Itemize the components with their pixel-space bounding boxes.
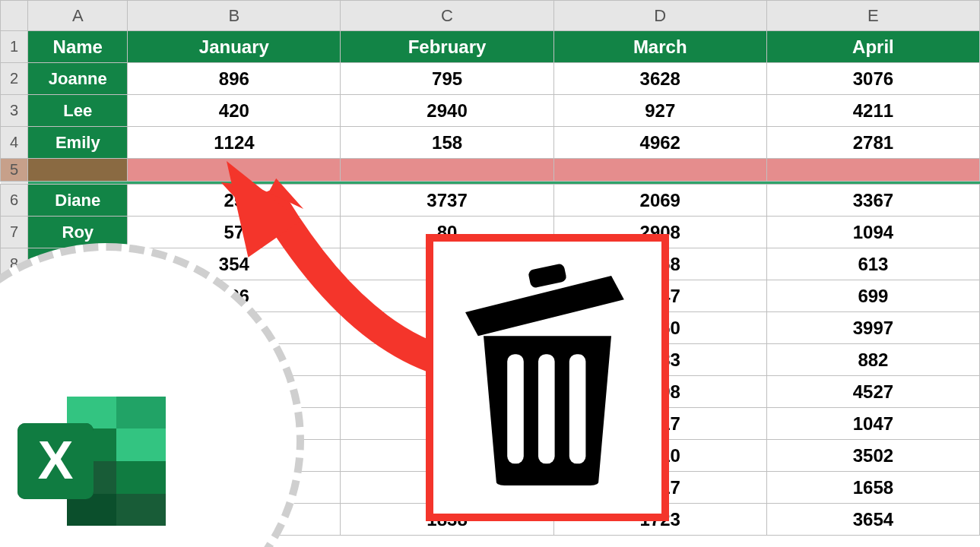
svg-rect-4 <box>538 354 555 463</box>
cell-january[interactable]: 57 <box>128 217 341 248</box>
col-header-A[interactable]: A <box>28 1 128 31</box>
cell-april[interactable]: 882 <box>766 344 979 376</box>
cell-april[interactable]: 1658 <box>766 472 979 504</box>
header-name[interactable]: Name <box>28 31 128 63</box>
cell-february[interactable]: 3737 <box>341 185 553 217</box>
cell-april[interactable]: 1094 <box>766 217 979 248</box>
selected-blank-row[interactable]: 5 <box>1 159 980 182</box>
trash-callout <box>426 234 669 521</box>
row-number-5[interactable]: 5 <box>1 159 28 182</box>
cell-april[interactable]: 699 <box>766 280 979 312</box>
svg-text:X: X <box>38 431 74 490</box>
cell-april[interactable]: 4527 <box>766 376 979 408</box>
cell-name[interactable]: Emily <box>28 127 128 159</box>
cell-march[interactable]: 4962 <box>553 127 766 159</box>
cell-april[interactable]: 3367 <box>766 185 979 217</box>
table-row: 6Diane25373720693367 <box>1 185 980 217</box>
header-january[interactable]: January <box>128 31 341 63</box>
cell-february[interactable]: 795 <box>341 63 553 95</box>
cell-march[interactable]: 927 <box>553 95 766 127</box>
cell-march[interactable]: 3628 <box>553 63 766 95</box>
svg-rect-3 <box>507 354 524 463</box>
cell-E5[interactable] <box>766 159 979 182</box>
cell-february[interactable]: 2940 <box>341 95 553 127</box>
header-march[interactable]: March <box>553 31 766 63</box>
svg-rect-10 <box>116 428 166 461</box>
row-number-4[interactable]: 4 <box>1 127 28 159</box>
header-april[interactable]: April <box>766 31 979 63</box>
svg-rect-14 <box>116 494 166 526</box>
row-number-2[interactable]: 2 <box>1 63 28 95</box>
cell-february[interactable]: 158 <box>341 127 553 159</box>
row-number-6[interactable]: 6 <box>1 185 28 217</box>
col-header-C[interactable]: C <box>341 1 553 31</box>
cell-april[interactable]: 1047 <box>766 408 979 440</box>
cell-january[interactable]: 25 <box>128 185 341 217</box>
table-row: 2Joanne89679536283076 <box>1 63 980 95</box>
cell-april[interactable]: 3502 <box>766 440 979 472</box>
cell-name[interactable]: Lee <box>28 95 128 127</box>
cell-january[interactable]: 420 <box>128 95 341 127</box>
cell-april[interactable]: 613 <box>766 248 979 280</box>
cell-march[interactable]: 2069 <box>553 185 766 217</box>
cell-name[interactable]: Diane <box>28 185 128 217</box>
trash-icon <box>456 262 639 493</box>
svg-rect-5 <box>569 354 586 463</box>
cell-B5[interactable] <box>128 159 341 182</box>
col-header-B[interactable]: B <box>128 1 341 31</box>
cell-january[interactable]: 896 <box>128 63 341 95</box>
cell-name[interactable]: Joanne <box>28 63 128 95</box>
col-header-E[interactable]: E <box>766 1 979 31</box>
select-all-corner[interactable] <box>1 1 28 31</box>
col-header-D[interactable]: D <box>553 1 766 31</box>
table-header-row: 1 Name January February March April <box>1 31 980 63</box>
table-row: 3Lee42029409274211 <box>1 95 980 127</box>
svg-rect-8 <box>116 397 166 428</box>
svg-rect-2 <box>528 263 567 288</box>
excel-logo: X <box>14 389 173 533</box>
cell-april[interactable]: 2781 <box>766 127 979 159</box>
row-number-3[interactable]: 3 <box>1 95 28 127</box>
cell-april[interactable]: 3654 <box>766 504 979 536</box>
cell-january[interactable]: 1124 <box>128 127 341 159</box>
row-number-1[interactable]: 1 <box>1 31 28 63</box>
cell-A5[interactable] <box>28 159 128 182</box>
cell-april[interactable]: 4211 <box>766 95 979 127</box>
row-number-7[interactable]: 7 <box>1 217 28 248</box>
header-february[interactable]: February <box>341 31 553 63</box>
cell-april[interactable]: 3997 <box>766 312 979 344</box>
cell-april[interactable]: 3076 <box>766 63 979 95</box>
cell-D5[interactable] <box>553 159 766 182</box>
table-row: 4Emily112415849622781 <box>1 127 980 159</box>
cell-C5[interactable] <box>341 159 553 182</box>
svg-rect-12 <box>116 461 166 494</box>
column-headers-row: A B C D E <box>1 1 980 31</box>
